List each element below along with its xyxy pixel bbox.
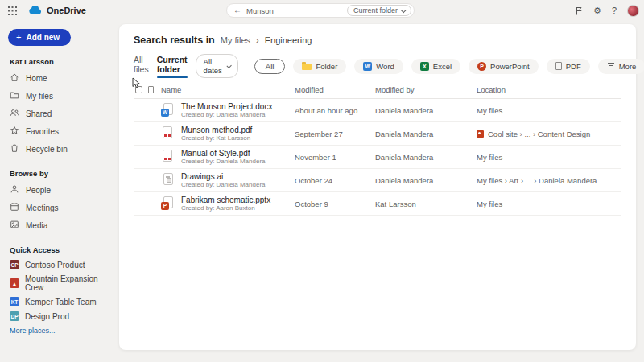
pdf-file-icon xyxy=(161,150,174,164)
table-row[interactable]: P Fabrikam schematic.pptx Created by: Aa… xyxy=(134,192,621,216)
document-type-icon[interactable] xyxy=(148,86,154,93)
onedrive-home-link[interactable]: OneDrive xyxy=(28,3,86,18)
pdf-file-icon xyxy=(161,126,174,141)
site-tile-icon: CP xyxy=(10,260,19,269)
file-location[interactable]: Cool site › ... › Content Design xyxy=(488,130,590,138)
folder-icon xyxy=(10,90,19,101)
feedback-flag-icon[interactable] xyxy=(575,6,583,15)
column-header-location[interactable]: Location xyxy=(477,85,621,94)
sidebar-item-label: Home xyxy=(26,74,47,83)
filter-pill-folder[interactable]: Folder xyxy=(293,59,346,74)
sidebar-item-label: Shared xyxy=(26,109,52,118)
file-name[interactable]: The Munson Project.docx xyxy=(181,102,272,111)
file-modified-by: Daniela Mandera xyxy=(375,176,477,185)
search-scope-dropdown[interactable]: Current folder xyxy=(347,5,411,16)
file-location[interactable]: My files xyxy=(477,200,502,208)
search-bar[interactable]: ← Munson Current folder xyxy=(226,3,415,18)
browse-by-header: Browse by xyxy=(10,169,111,178)
filter-pill-more[interactable]: More xyxy=(598,59,644,74)
file-name[interactable]: Manual of Style.pdf xyxy=(181,149,266,158)
sidebar-item-label: Recycle bin xyxy=(26,145,68,154)
home-icon xyxy=(10,72,19,84)
breadcrumb-my-files[interactable]: My files xyxy=(221,35,250,45)
file-location[interactable]: My files xyxy=(477,106,502,115)
file-created-by: Created by: Daniela Mandera xyxy=(181,112,272,119)
sidebar-item-my-files[interactable]: My files xyxy=(8,87,111,105)
quick-access-header: Quick Access xyxy=(10,245,111,254)
filter-pill-label: All xyxy=(266,62,275,71)
table-row[interactable]: Manual of Style.pdf Created by: Daniela … xyxy=(134,146,621,169)
search-input[interactable]: Munson xyxy=(246,6,342,15)
filter-pill-label: Excel xyxy=(433,62,452,71)
filter-pill-excel[interactable]: X Excel xyxy=(411,59,460,74)
column-header-modified[interactable]: Modified xyxy=(295,85,375,94)
filter-pill-label: PDF xyxy=(566,62,581,71)
app-launcher-icon[interactable] xyxy=(8,6,17,15)
quick-access-item-design-prod[interactable]: DP Design Prod xyxy=(8,309,111,323)
file-modified: October 24 xyxy=(295,176,375,185)
powerpoint-icon: P xyxy=(477,62,486,71)
breadcrumb: Search results in My files › Engineering xyxy=(134,35,621,46)
column-header-modified-by[interactable]: Modified by xyxy=(375,85,477,94)
quick-access-item-mountain-expansion-crew[interactable]: ▲ Mountain Expansion Crew xyxy=(8,272,111,294)
file-table: Name Modified Modified by Location W The… xyxy=(134,81,621,216)
file-modified-by: Daniela Mandera xyxy=(375,153,477,162)
add-new-button[interactable]: + Add new xyxy=(8,29,71,46)
table-row[interactable]: W The Munson Project.docx Created by: Da… xyxy=(134,99,621,122)
page-title: Search results in xyxy=(134,35,215,46)
column-header-name[interactable]: Name xyxy=(161,85,295,94)
filter-icon xyxy=(607,62,615,71)
quick-access-item-contoso-product[interactable]: CP Contoso Product xyxy=(8,257,111,272)
file-name[interactable]: Fabrikam schematic.pptx xyxy=(181,195,270,204)
file-name[interactable]: Munson method.pdf xyxy=(181,125,252,134)
breadcrumb-engineering[interactable]: Engineering xyxy=(265,35,312,45)
sidebar: + Add new Kat Larsson Home My files Shar… xyxy=(0,21,119,362)
more-places-link[interactable]: More places... xyxy=(10,327,111,335)
filter-pill-word[interactable]: W Word xyxy=(354,59,403,74)
table-row[interactable]: Drawings.ai Created by: Daniela Mandera … xyxy=(134,169,621,192)
filter-pill-label: Word xyxy=(376,62,394,71)
file-modified-by: Daniela Mandera xyxy=(375,130,477,138)
powerpoint-file-icon: P xyxy=(161,196,174,211)
star-icon xyxy=(10,125,19,137)
settings-gear-icon[interactable]: ⚙ xyxy=(593,6,601,15)
file-modified-by: Daniela Mandera xyxy=(375,106,477,115)
sidebar-item-meetings[interactable]: Meetings xyxy=(8,199,111,216)
sidebar-item-recycle-bin[interactable]: Recycle bin xyxy=(8,140,111,158)
sidebar-item-shared[interactable]: Shared xyxy=(8,105,111,122)
sidebar-item-media[interactable]: Media xyxy=(8,216,111,234)
file-modified: November 1 xyxy=(295,153,375,162)
chevron-down-icon xyxy=(227,63,232,68)
illustrator-file-icon xyxy=(161,173,174,187)
sidebar-item-people[interactable]: People xyxy=(8,181,111,199)
file-modified: October 9 xyxy=(295,200,375,208)
back-icon[interactable]: ← xyxy=(233,6,242,14)
sidebar-item-label: Meetings xyxy=(26,204,59,212)
user-section-header: Kat Larsson xyxy=(10,57,111,66)
tab-all-files[interactable]: All files xyxy=(134,55,149,78)
account-avatar[interactable] xyxy=(627,5,639,17)
filter-pill-pdf[interactable]: PDF xyxy=(547,59,590,74)
file-name[interactable]: Drawings.ai xyxy=(181,172,266,181)
sidebar-item-favorites[interactable]: Favorites xyxy=(8,122,111,140)
help-icon[interactable]: ? xyxy=(612,6,617,15)
top-bar: OneDrive ← Munson Current folder ⚙ ? xyxy=(0,0,644,21)
sidebar-item-label: Media xyxy=(26,221,47,230)
pdf-page-icon xyxy=(555,62,562,70)
sidebar-item-home[interactable]: Home xyxy=(8,69,111,87)
filter-pill-all[interactable]: All xyxy=(254,59,286,74)
tab-current-folder[interactable]: Current folder xyxy=(157,55,188,78)
site-tile-icon: KT xyxy=(10,297,19,306)
select-all-checkbox[interactable] xyxy=(135,86,142,93)
date-filter-dropdown[interactable]: All dates xyxy=(196,54,238,78)
filter-pill-powerpoint[interactable]: P PowerPoint xyxy=(469,59,539,74)
table-row[interactable]: Munson method.pdf Created by: Kat Larsso… xyxy=(134,122,621,146)
quick-access-item-kemper-table-team[interactable]: KT Kemper Table Team xyxy=(8,294,111,309)
file-location[interactable]: My files › Art › ... › Daniela Mandera xyxy=(477,176,597,185)
quick-access-label: Kemper Table Team xyxy=(25,298,97,306)
quick-access-label: Design Prod xyxy=(25,312,69,321)
file-location[interactable]: My files xyxy=(477,153,502,162)
file-created-by: Created by: Aaron Buxton xyxy=(181,205,270,212)
filters-row: All files Current folder All dates All F… xyxy=(134,57,621,75)
add-new-label: Add new xyxy=(26,33,60,42)
